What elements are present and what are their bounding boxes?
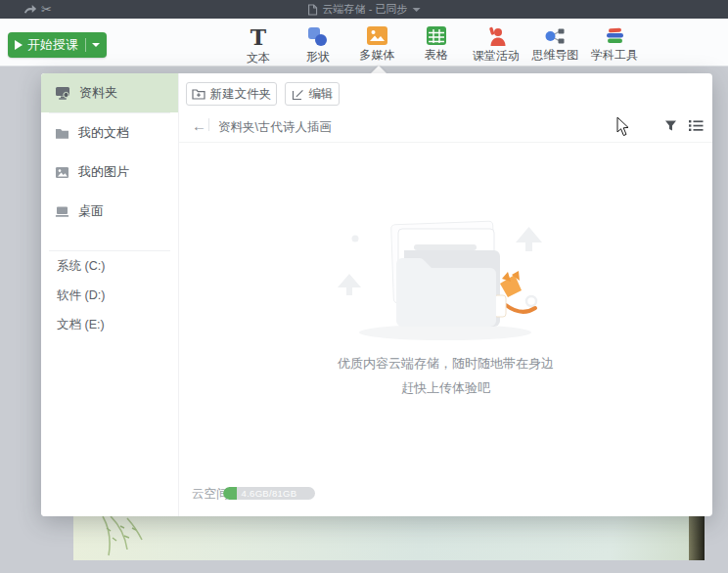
breadcrumb-divider	[208, 118, 209, 131]
main-toolbar: 开始授课 T 文本 形状 多媒体 表格	[0, 19, 728, 66]
image-icon	[55, 166, 69, 179]
slide-canvas[interactable]	[73, 516, 705, 560]
empty-state-line2: 赶快上传体验吧	[179, 379, 712, 397]
title-caret-icon	[412, 8, 420, 12]
folder-icon	[55, 127, 69, 140]
tab-table[interactable]: 表格	[408, 26, 465, 64]
edit-button[interactable]: 编辑	[285, 82, 340, 106]
sidebar-item-drive-e[interactable]: 文档 (E:)	[41, 310, 178, 339]
sidebar-item-drive-d[interactable]: 软件 (D:)	[41, 281, 178, 310]
titlebar: ✂ 云端存储 - 已同步	[0, 0, 728, 19]
storage-usage-text: 4.6GB/81GB	[223, 487, 315, 500]
tree-trunk	[689, 516, 705, 560]
sidebar-item-desktop[interactable]: 桌面	[41, 192, 178, 231]
willow-branches	[73, 516, 269, 560]
class-activity-icon	[486, 26, 506, 46]
tab-mindmap[interactable]: 思维导图	[526, 26, 583, 64]
subject-tools-icon	[604, 26, 625, 45]
tab-class-activity[interactable]: 课堂活动	[468, 26, 524, 64]
list-view-button[interactable]	[689, 118, 704, 136]
filter-icon	[664, 119, 677, 132]
mouse-cursor	[616, 117, 630, 137]
document-title-menu[interactable]: 云端存储 - 已同步	[308, 2, 421, 17]
table-icon	[427, 26, 446, 45]
tab-text[interactable]: T 文本	[230, 26, 287, 64]
tab-subject-tools[interactable]: 学科工具	[586, 26, 643, 64]
edit-icon	[292, 88, 304, 101]
tab-multimedia[interactable]: 多媒体	[348, 26, 405, 64]
sidebar-item-drive-c[interactable]: 系统 (C:)	[41, 251, 178, 281]
document-icon	[308, 4, 318, 16]
new-folder-icon	[192, 88, 205, 100]
empty-state-line1: 优质内容云端存储，随时随地带在身边	[179, 355, 712, 373]
play-icon	[15, 40, 23, 50]
new-folder-button[interactable]: 新建文件夹	[186, 82, 277, 106]
list-view-icon	[689, 119, 704, 132]
start-dropdown-icon[interactable]	[92, 43, 100, 47]
cloud-drive-icon	[55, 86, 70, 100]
tab-shapes[interactable]: 形状	[290, 26, 346, 64]
filter-button[interactable]	[664, 118, 677, 136]
storage-progress-bar: 4.6GB/81GB	[223, 487, 315, 500]
start-lesson-button[interactable]: 开始授课	[8, 32, 107, 58]
sidebar-item-my-pictures[interactable]: 我的图片	[41, 153, 178, 192]
shapes-icon	[307, 26, 328, 47]
scissors-icon[interactable]: ✂	[41, 3, 52, 16]
redo-arrow-icon[interactable]	[23, 3, 37, 17]
cloud-storage-dialog: 资料夹 我的文档 我的图片 桌面 系统 (C:) 软件 (D:) 文档 (E:)…	[41, 73, 712, 516]
multimedia-icon	[367, 26, 387, 45]
document-title: 云端存储 - 已同步	[323, 2, 408, 17]
divider	[179, 142, 712, 143]
mindmap-icon	[544, 26, 566, 45]
sidebar-item-my-documents[interactable]: 我的文档	[41, 113, 178, 153]
sidebar-item-cloud-folder[interactable]: 资料夹	[41, 73, 178, 112]
start-lesson-label: 开始授课	[27, 36, 78, 54]
back-button[interactable]: ←	[192, 118, 206, 133]
dialog-sidebar: 资料夹 我的文档 我的图片 桌面 系统 (C:) 软件 (D:) 文档 (E:)	[41, 73, 179, 516]
text-icon: T	[250, 26, 266, 48]
breadcrumb: 资料夹\古代诗人插画	[218, 119, 332, 136]
empty-folder-illustration	[328, 217, 563, 344]
dialog-main: 新建文件夹 编辑 上传 ← 资料夹\古代诗人插画	[179, 73, 712, 516]
insert-tools: T 文本 形状 多媒体 表格 课堂活动	[230, 26, 643, 64]
desktop-icon	[55, 205, 69, 218]
button-divider	[85, 38, 86, 52]
